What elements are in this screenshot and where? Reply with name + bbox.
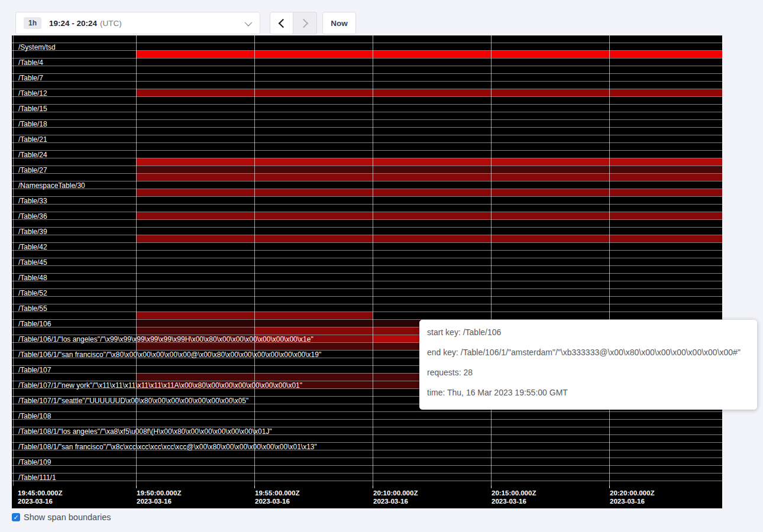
heatmap-cell[interactable] [254,66,373,73]
heatmap-cell[interactable] [12,297,136,304]
heatmap-cell[interactable] [12,158,136,166]
heatmap-cell[interactable] [491,481,609,486]
heatmap-cell[interactable] [254,289,373,296]
heatmap-cell[interactable] [373,435,491,442]
heatmap-cell[interactable] [254,397,373,404]
heatmap-cell[interactable] [12,389,136,396]
heatmap-cell[interactable] [12,205,136,212]
heatmap-cell[interactable] [254,43,373,50]
heatmap-cell[interactable] [136,105,254,112]
heatmap-cell[interactable] [136,473,254,481]
heatmap-cell[interactable] [609,481,722,486]
heatmap-cell[interactable] [254,358,373,365]
heatmap-cell[interactable] [136,97,254,104]
show-span-boundaries-checkbox[interactable]: ✓ [12,513,20,521]
heatmap-cell[interactable] [609,297,722,304]
heatmap-cell[interactable] [491,297,609,304]
heatmap-cell[interactable] [609,205,722,212]
heatmap-cell[interactable] [254,59,373,66]
heatmap-cell[interactable] [491,135,609,142]
heatmap-cell[interactable] [12,97,136,104]
heatmap-cell[interactable] [12,312,136,319]
heatmap-cell[interactable] [136,35,254,43]
heatmap-cell[interactable] [136,312,254,319]
heatmap-cell[interactable] [491,97,609,104]
heatmap-cell[interactable] [491,89,609,96]
heatmap-cell[interactable] [491,251,609,258]
heatmap-cell[interactable] [12,450,136,458]
heatmap-cell[interactable] [609,243,722,250]
heatmap-cell[interactable] [373,82,491,89]
heatmap-cell[interactable] [609,289,722,296]
heatmap-cell[interactable] [12,35,136,43]
heatmap-cell[interactable] [609,473,722,481]
heatmap-cell[interactable] [254,435,373,442]
heatmap-cell[interactable] [609,197,722,204]
heatmap-cell[interactable] [254,174,373,181]
heatmap-cell[interactable] [491,74,609,81]
heatmap-cell[interactable] [136,274,254,281]
heatmap-cell[interactable] [609,112,722,119]
heatmap-cell[interactable] [254,197,373,204]
heatmap-cell[interactable] [491,435,609,442]
heatmap-cell[interactable] [373,312,491,319]
heatmap-cell[interactable] [136,281,254,288]
heatmap-cell[interactable] [491,427,609,434]
heatmap-cell[interactable] [254,450,373,458]
heatmap-cell[interactable] [254,251,373,258]
heatmap-cell[interactable] [609,97,722,104]
heatmap-cell[interactable] [254,389,373,396]
heatmap-cell[interactable] [491,258,609,265]
heatmap-cell[interactable] [491,420,609,427]
heatmap-cell[interactable] [254,158,373,166]
heatmap-cell[interactable] [136,51,254,58]
heatmap-cell[interactable] [12,143,136,150]
heatmap-cell[interactable] [254,481,373,486]
heatmap-cell[interactable] [491,35,609,43]
heatmap-cell[interactable] [373,135,491,142]
heatmap-cell[interactable] [609,105,722,112]
heatmap-cell[interactable] [12,281,136,288]
heatmap-cell[interactable] [254,74,373,81]
heatmap-cell[interactable] [373,251,491,258]
heatmap-cell[interactable] [491,304,609,312]
heatmap-cell[interactable] [373,158,491,166]
heatmap-cell[interactable] [491,458,609,465]
heatmap-cell[interactable] [254,327,373,335]
heatmap-cell[interactable] [254,97,373,104]
heatmap-cell[interactable] [254,35,373,43]
heatmap-cell[interactable] [373,128,491,135]
heatmap-cell[interactable] [609,43,722,50]
heatmap-cell[interactable] [254,105,373,112]
heatmap-cell[interactable] [373,189,491,196]
heatmap-cell[interactable] [12,189,136,196]
heatmap-cell[interactable] [136,212,254,219]
heatmap-cell[interactable] [12,220,136,227]
heatmap-cell[interactable] [136,197,254,204]
heatmap-cell[interactable] [609,120,722,127]
heatmap-cell[interactable] [373,481,491,486]
heatmap-cell[interactable] [136,420,254,427]
heatmap-cell[interactable] [491,274,609,281]
heatmap-cell[interactable] [491,443,609,450]
heatmap-cell[interactable] [609,181,722,189]
heatmap-cell[interactable] [373,43,491,50]
heatmap-cell[interactable] [491,189,609,196]
heatmap-cell[interactable] [12,235,136,242]
heatmap-cell[interactable] [254,473,373,481]
heatmap-cell[interactable] [373,89,491,96]
heatmap-cell[interactable] [491,166,609,173]
heatmap-cell[interactable] [12,343,136,350]
heatmap-cell[interactable] [254,89,373,96]
heatmap-cell[interactable] [136,120,254,127]
heatmap-cell[interactable] [136,358,254,365]
heatmap-cell[interactable] [373,228,491,235]
heatmap-cell[interactable] [136,135,254,142]
heatmap-cell[interactable] [254,458,373,465]
heatmap-cell[interactable] [373,174,491,181]
heatmap-cell[interactable] [491,235,609,242]
heatmap-cell[interactable] [609,435,722,442]
heatmap-cell[interactable] [609,66,722,73]
heatmap-cell[interactable] [12,404,136,411]
heatmap-cell[interactable] [609,458,722,465]
